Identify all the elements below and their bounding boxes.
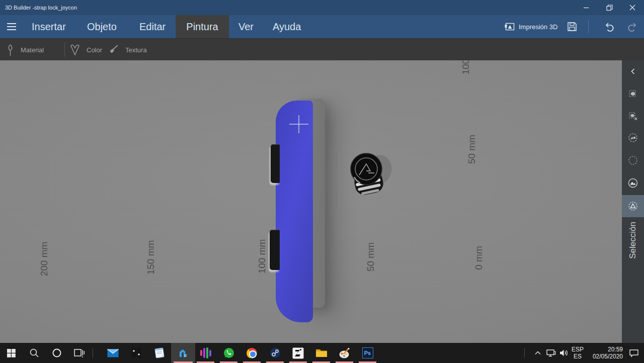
axis-label-100mm-clipped: 100 mm <box>460 60 471 74</box>
chrome-app-icon <box>247 348 257 358</box>
windows-logo-icon <box>7 349 16 357</box>
deselect-all-tool[interactable] <box>622 107 644 125</box>
select-all-tool[interactable] <box>622 84 644 102</box>
steam-app-icon <box>270 347 281 358</box>
window-controls <box>575 0 644 15</box>
photoshop-app-icon: Ps <box>362 347 373 358</box>
material-label: Material <box>21 46 44 54</box>
tray-time: 20:59 <box>593 346 623 353</box>
paint-3d-app-icon <box>339 347 350 359</box>
start-button[interactable] <box>0 343 23 363</box>
taskbar-separator <box>93 348 93 358</box>
cortana-button[interactable] <box>45 343 68 363</box>
task-view-button[interactable] <box>68 343 91 363</box>
texture-label: Textura <box>125 46 147 54</box>
minimize-button[interactable] <box>575 0 598 15</box>
menu-item-ayuda[interactable]: Ayuda <box>273 15 301 38</box>
color-label: Color <box>87 46 102 54</box>
close-button[interactable] <box>621 0 644 15</box>
material-pin-icon <box>6 43 15 57</box>
menubar: Insertar Objeto Editar Pintura Ver Ayuda… <box>0 15 644 38</box>
taskbar-app-zbrush[interactable] <box>287 343 309 363</box>
restore-icon <box>606 5 613 11</box>
tray-separator <box>524 348 525 358</box>
redo-button[interactable] <box>627 15 638 38</box>
taskbar-app-photoshop[interactable]: Ps <box>356 343 379 363</box>
axis-label-50mm-right: 50 mm <box>466 135 477 164</box>
joycon-model-blue-face[interactable] <box>276 101 313 322</box>
mail-app-icon <box>107 349 119 357</box>
print-3d-icon <box>505 22 515 31</box>
tray-show-hidden-button[interactable] <box>531 343 544 363</box>
minimize-icon <box>583 5 589 11</box>
redo-icon <box>627 22 638 32</box>
taskbar-app-switch-joycon[interactable] <box>125 343 147 363</box>
photoshop-label: Ps <box>364 350 371 356</box>
save-icon <box>567 22 577 32</box>
taskbar-app-3d-builder-active[interactable] <box>171 343 195 363</box>
volume-icon <box>558 348 569 357</box>
taskbar-app-whatsapp[interactable] <box>217 343 240 363</box>
3d-builder-app-icon <box>178 347 189 358</box>
zbrush-app-icon <box>292 347 304 359</box>
floor-label-100mm: 100 mm <box>257 239 268 274</box>
taskbar-app-steam[interactable] <box>264 343 286 363</box>
triangle-selection-icon <box>628 201 638 211</box>
search-icon <box>29 348 39 358</box>
paint-toolbar: Material Color Textura <box>0 38 644 60</box>
floor-label-50mm: 50 mm <box>365 242 376 271</box>
hamburger-menu-button[interactable] <box>6 22 17 31</box>
switch-joycon-icon <box>131 347 142 358</box>
save-button[interactable] <box>567 15 577 38</box>
material-button[interactable]: Material <box>6 39 44 61</box>
taskbar-app-chrome[interactable] <box>240 343 263 363</box>
file-explorer-icon <box>315 348 328 358</box>
toolbar-separator <box>64 43 65 57</box>
taskbar-search-button[interactable] <box>23 343 45 363</box>
menu-item-editar[interactable]: Editar <box>139 15 166 38</box>
menu-item-insertar[interactable]: Insertar <box>32 15 66 38</box>
restore-button[interactable] <box>598 0 621 15</box>
3d-viewport-canvas[interactable]: 200 mm 150 mm 100 mm 50 mm 0 mm 50 mm 10… <box>0 60 622 343</box>
cortana-icon <box>52 348 62 358</box>
texture-button[interactable]: Textura <box>108 39 147 61</box>
taskbar-app-notepad[interactable] <box>148 343 171 363</box>
undo-button[interactable] <box>604 15 615 38</box>
texture-brush-icon <box>108 44 119 56</box>
paint-scene-filled-icon <box>628 178 638 188</box>
menu-separator <box>588 20 589 33</box>
strap-lock-model[interactable] <box>345 148 393 204</box>
whatsapp-app-icon <box>223 347 234 358</box>
windows-taskbar: Ps ESP ES <box>0 343 644 363</box>
menu-item-pintura-active[interactable]: Pintura <box>176 15 229 38</box>
paint-scene-tool[interactable] <box>622 129 644 147</box>
menu-item-objeto[interactable]: Objeto <box>87 15 117 38</box>
taskbar-app-paint-3d[interactable] <box>333 343 356 363</box>
notepad-app-icon <box>154 347 165 358</box>
paint-selected-tool[interactable] <box>622 174 644 192</box>
paint-crosshair-cursor <box>289 115 308 133</box>
tray-language-selector[interactable]: ESP ES <box>570 343 586 363</box>
collapse-panel-button[interactable] <box>622 62 644 80</box>
joycon-rail-button-top[interactable] <box>271 144 280 183</box>
select-all-cubes-icon <box>628 88 638 98</box>
taskbar-app-mail[interactable] <box>102 343 124 363</box>
empty-selection-tool[interactable] <box>622 151 644 169</box>
color-button[interactable]: Color <box>69 39 102 61</box>
color-drop-icon <box>69 43 80 56</box>
tray-date: 02/05/2020 <box>593 353 623 360</box>
chevron-up-icon <box>534 349 542 356</box>
menu-item-ver[interactable]: Ver <box>238 15 254 38</box>
print-3d-button[interactable]: Impresión 3D <box>505 15 557 38</box>
action-center-button[interactable] <box>624 343 644 363</box>
tray-network-button[interactable] <box>544 343 557 363</box>
triangle-selection-tool-selected[interactable] <box>622 195 644 217</box>
tray-clock[interactable]: 20:59 02/05/2020 <box>587 343 623 363</box>
taskbar-app-media[interactable] <box>194 343 217 363</box>
paint-scene-sphere-icon <box>628 133 638 143</box>
close-icon <box>629 5 635 11</box>
deselect-cubes-icon <box>628 111 638 121</box>
tray-volume-button[interactable] <box>556 343 571 363</box>
taskbar-app-file-explorer[interactable] <box>310 343 333 363</box>
joycon-rail-button-bottom[interactable] <box>270 230 280 270</box>
